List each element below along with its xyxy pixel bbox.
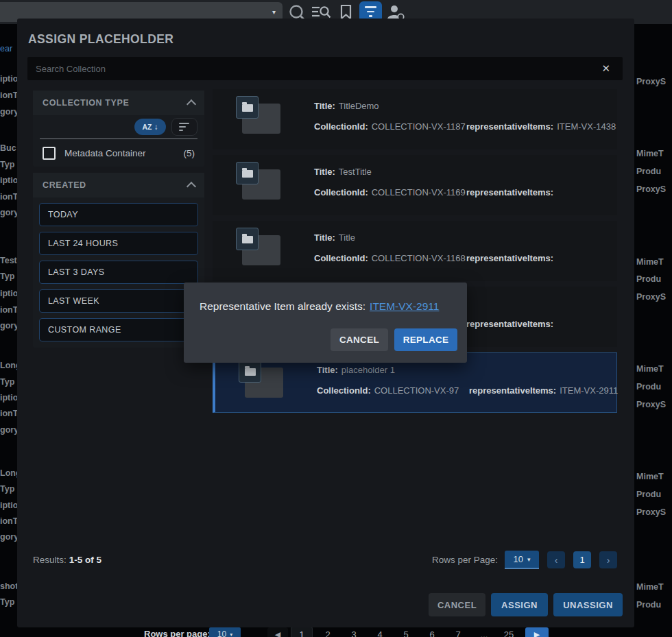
bg-text-fragment: MimeT (636, 364, 664, 374)
bg-text-fragment: gory (0, 532, 19, 542)
representative-items-label: representativeItems: (466, 253, 553, 263)
collection-type-header[interactable]: COLLECTION TYPE (33, 91, 204, 115)
sort-amount-button[interactable] (171, 118, 197, 136)
bg-text-fragment: MimeT (636, 472, 664, 481)
sort-alphabetical-button[interactable]: AZ ↓ (134, 119, 166, 135)
bg-text-fragment: Produ (636, 490, 661, 499)
caret-down-icon: ▾ (230, 632, 232, 637)
collection-type-section: COLLECTION TYPE AZ ↓ Metadata Container … (33, 91, 204, 167)
bg-text-fragment: MimeT (636, 257, 664, 267)
item-title-line: Title:TestTitle (314, 167, 372, 177)
bg-text-fragment: iptio (0, 393, 18, 402)
bg-text-fragment: Typ (0, 597, 14, 607)
item-title-label: Title: (314, 101, 335, 111)
folder-thumbnail (236, 226, 285, 273)
item-link[interactable]: ITEM-VX-2911 (370, 300, 439, 312)
created-header[interactable]: CREATED (33, 173, 204, 197)
list-item[interactable]: Title:TitleDemoCollectionId:COLLECTION-V… (213, 89, 617, 149)
bg-page-button[interactable]: 6 (422, 627, 442, 637)
collection-search: ✕ (27, 57, 623, 80)
bg-text-fragment: Produ (636, 382, 661, 392)
created-option-custom-range[interactable]: CUSTOM RANGE (39, 318, 198, 341)
bg-text-fragment: ionT (0, 409, 18, 418)
list-item[interactable]: Title:TitleCollectionId:COLLECTION-VX-11… (213, 221, 617, 281)
collection-id-label: CollectionId: (314, 121, 368, 132)
bg-text-fragment: iptio (0, 289, 18, 298)
bg-page-button[interactable]: 5 (396, 627, 416, 637)
folder-icon (242, 104, 253, 112)
rows-per-page-label: Rows per Page: (432, 555, 498, 565)
bg-next-page-button[interactable]: ▶ (525, 627, 549, 637)
dialog-replace-button[interactable]: REPLACE (394, 328, 457, 351)
bg-text-fragment: gory (0, 107, 19, 117)
assign-button[interactable]: ASSIGN (491, 593, 548, 616)
chevron-up-icon (187, 182, 196, 191)
bg-page-button[interactable]: ... (474, 627, 494, 637)
bg-text-fragment: Typ (0, 272, 14, 281)
collection-id-label: CollectionId: (317, 385, 371, 396)
bg-text-fragment: Typ (0, 160, 14, 169)
advanced-search-icon[interactable] (311, 5, 333, 20)
item-collection-id: CollectionId:COLLECTION-VX-1187 (314, 121, 466, 132)
bg-text-fragment: iptio (0, 501, 18, 510)
collection-id-value: COLLECTION-VX-1168 (372, 253, 466, 263)
collection-id-value: COLLECTION-VX-1169 (372, 187, 466, 197)
bg-text-fragment: MimeT (636, 582, 664, 592)
item-representative: representativeItems: (466, 187, 557, 197)
bg-page-button[interactable]: 3 (344, 627, 364, 637)
divider (40, 139, 197, 139)
created-option-last-3-days[interactable]: LAST 3 DAYS (39, 261, 198, 284)
folder-badge-icon (236, 228, 259, 250)
bg-rows-per-page-select[interactable]: 10▾ (209, 627, 241, 637)
bg-text-fragment: ProxyS (636, 507, 666, 517)
representative-items-label: representativeItems: (466, 187, 553, 197)
list-item[interactable]: Title:TestTitleCollectionId:COLLECTION-V… (213, 155, 617, 215)
collection-id-label: CollectionId: (314, 253, 368, 263)
representative-items-label: representativeItems: (466, 319, 553, 329)
created-options: TODAYLAST 24 HOURSLAST 3 DAYSLAST WEEKCU… (33, 197, 204, 348)
bg-text-fragment: iptio (0, 176, 18, 185)
clear-search-icon[interactable]: ✕ (601, 62, 610, 75)
modal-title: ASSIGN PLACEHOLDER (28, 32, 173, 47)
search-scope-caret-icon[interactable]: ▾ (272, 8, 276, 16)
chevron-up-icon (187, 99, 196, 109)
dialog-cancel-button[interactable]: CANCEL (331, 328, 388, 351)
item-collection-id: CollectionId:COLLECTION-VX-1169 (314, 187, 466, 197)
arrow-down-icon: ↓ (154, 122, 158, 132)
bg-page-button[interactable]: 7 (448, 627, 468, 637)
results-list: Title:TitleDemoCollectionId:COLLECTION-V… (213, 89, 617, 425)
bg-page-button[interactable]: 4 (370, 627, 390, 637)
collection-id-value: COLLECTION-VX-97 (374, 385, 459, 396)
created-option-last-week[interactable]: LAST WEEK (39, 289, 198, 313)
bg-text-fragment: gory (0, 321, 19, 330)
unassign-button[interactable]: UNASSIGN (553, 593, 623, 616)
bg-page-button[interactable]: 25 (499, 627, 519, 637)
folder-badge-icon (236, 162, 259, 184)
bg-text-fragment: Test (0, 256, 17, 265)
bg-prev-page-button[interactable]: ◀ (267, 627, 288, 637)
bg-text-fragment: Produ (636, 600, 661, 610)
metadata-container-checkbox[interactable] (43, 147, 56, 160)
bg-page-button[interactable]: 1 (291, 627, 312, 637)
current-page-button[interactable]: 1 (573, 551, 591, 568)
prev-page-button[interactable]: ‹ (547, 551, 565, 568)
item-title-label: Title: (314, 232, 335, 243)
rows-per-page-select[interactable]: 10▾ (505, 551, 539, 569)
folder-thumbnail (236, 95, 285, 141)
background-pagination: Rows per page: 10▾ ◀ 1234567...25 ▶ (0, 627, 672, 637)
bg-text-fragment: iptio (0, 74, 18, 84)
bg-page-button[interactable]: 2 (317, 627, 338, 637)
option-count: (5) (184, 148, 195, 158)
folder-thumbnail (236, 160, 285, 207)
bg-text-fragment: gory (0, 208, 19, 217)
bg-text-fragment: ionT (0, 516, 18, 526)
collection-type-option[interactable]: Metadata Container (5) (33, 139, 204, 167)
created-option-today[interactable]: TODAY (39, 203, 198, 226)
screen: ▾ eariptioionTgoryBucTypiptioionTgoryTes… (0, 0, 672, 637)
collection-search-input[interactable] (27, 57, 623, 80)
next-page-button[interactable]: › (599, 551, 617, 568)
cancel-button[interactable]: CANCEL (429, 593, 485, 616)
bg-rows-per-page-label: Rows per page: (144, 629, 211, 637)
created-option-last-24-hours[interactable]: LAST 24 HOURS (39, 232, 198, 255)
bg-text-fragment: Typ (0, 377, 14, 387)
